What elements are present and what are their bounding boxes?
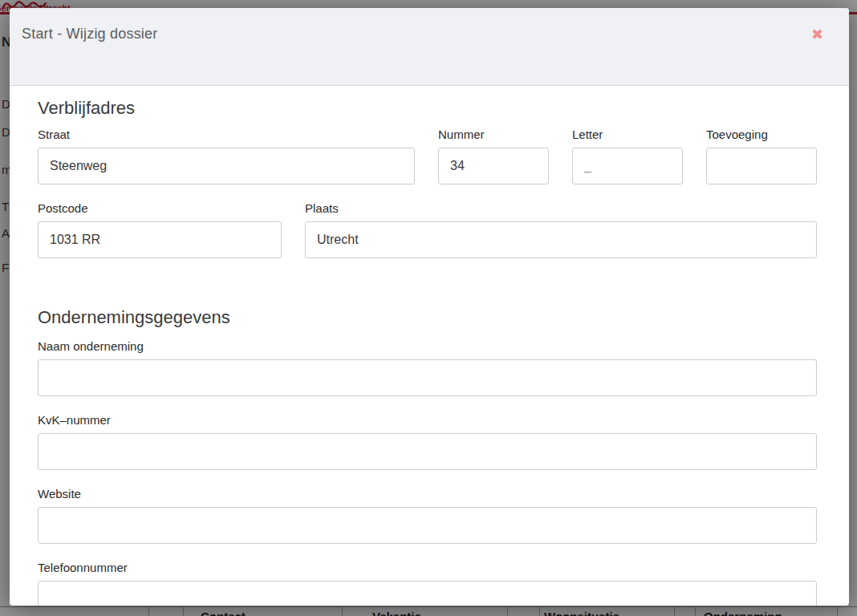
plaats-label: Plaats [305,201,817,216]
postcode-input[interactable] [38,221,282,258]
straat-label: Straat [38,128,415,142]
kvk-nummer-label: KvK–nummer [38,413,817,428]
kvk-nummer-input[interactable] [38,433,817,470]
website-input[interactable] [38,507,817,544]
letter-input[interactable] [572,148,683,184]
dialog-body: Verblijfadres Straat Nummer Letter Toevo… [10,86,849,606]
field-nummer: Nummer [438,128,549,184]
dialog-header: Start - Wijzig dossier ✖ [10,8,849,86]
postcode-label: Postcode [38,201,282,216]
field-postcode: Postcode [38,201,282,258]
toevoeging-input[interactable] [706,148,817,184]
letter-label: Letter [572,128,683,142]
field-plaats: Plaats [305,201,817,258]
field-telefoonnummer: Telefoonnummer [38,561,817,606]
toevoeging-label: Toevoeging [706,128,817,142]
field-letter: Letter [572,128,683,184]
field-kvk-nummer: KvK–nummer [38,413,817,470]
field-toevoeging: Toevoeging [706,128,817,184]
dialog-title: Start - Wijzig dossier [22,26,157,43]
field-straat: Straat [38,128,415,184]
straat-input[interactable] [38,148,415,184]
plaats-input[interactable] [305,221,817,258]
telefoonnummer-label: Telefoonnummer [38,561,817,575]
address-row-2: Postcode Plaats [38,201,817,275]
address-row-1: Straat Nummer Letter Toevoeging [38,128,817,201]
section-heading-verblijfadres: Verblijfadres [38,97,817,120]
telefoonnummer-input[interactable] [38,581,817,606]
close-icon[interactable]: ✖ [808,26,827,43]
naam-onderneming-label: Naam onderneming [38,339,817,354]
nummer-input[interactable] [438,148,549,184]
nummer-label: Nummer [438,128,549,142]
field-website: Website [38,487,817,544]
section-heading-ondernemingsgegevens: Ondernemingsgegevens [38,306,817,329]
naam-onderneming-input[interactable] [38,359,817,396]
field-naam-onderneming: Naam onderneming [38,339,817,396]
website-label: Website [38,487,817,501]
wijzig-dossier-dialog: Start - Wijzig dossier ✖ Verblijfadres S… [10,8,849,606]
